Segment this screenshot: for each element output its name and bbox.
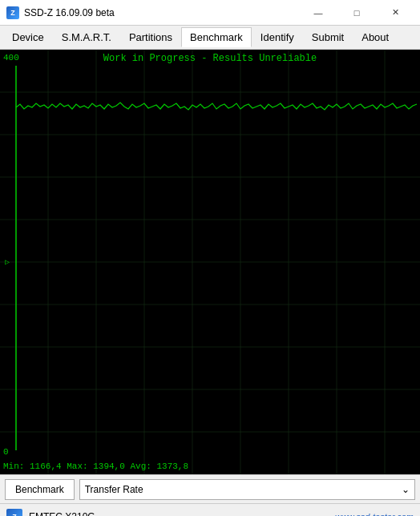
window-title: SSD-Z 16.09.09 beta bbox=[24, 7, 115, 18]
menu-bar: Device S.M.A.R.T. Partitions Benchmark I… bbox=[0, 26, 420, 50]
dropdown-arrow-icon: ⌄ bbox=[402, 484, 410, 495]
menu-item-benchmark[interactable]: Benchmark bbox=[181, 27, 252, 47]
menu-item-smart[interactable]: S.M.A.R.T. bbox=[53, 27, 120, 47]
menu-item-about[interactable]: About bbox=[353, 27, 398, 47]
window-controls: — □ ✕ bbox=[300, 3, 414, 22]
menu-item-identify[interactable]: Identify bbox=[252, 27, 303, 47]
benchmark-button[interactable]: Benchmark bbox=[5, 479, 75, 500]
title-bar: Z SSD-Z 16.09.09 beta — □ ✕ bbox=[0, 0, 420, 26]
dropdown-value: Transfer Rate bbox=[85, 484, 143, 495]
status-device-name: EMTEC X210G bbox=[29, 511, 329, 517]
maximize-button[interactable]: □ bbox=[338, 3, 375, 22]
menu-item-partitions[interactable]: Partitions bbox=[120, 27, 181, 47]
benchmark-chart bbox=[0, 50, 420, 474]
watermark-text: www.ssd-tester.com bbox=[335, 512, 414, 517]
status-app-icon: Z bbox=[6, 509, 22, 517]
menu-item-submit[interactable]: Submit bbox=[303, 27, 353, 47]
app-icon-text: Z bbox=[10, 9, 15, 17]
app-icon: Z bbox=[6, 6, 19, 19]
y-axis-min-label: 0 bbox=[3, 447, 9, 457]
status-icon-text: Z bbox=[12, 513, 17, 517]
chart-stats: Min: 1166,4 Max: 1394,0 Avg: 1373,8 bbox=[3, 462, 188, 471]
status-bar: Z EMTEC X210G www.ssd-tester.com bbox=[0, 503, 420, 516]
y-axis-max-label: 400 bbox=[3, 53, 19, 62]
chart-arrow-indicator: ▷ bbox=[5, 257, 10, 267]
transfer-rate-dropdown[interactable]: Transfer Rate ⌄ bbox=[79, 479, 415, 500]
close-button[interactable]: ✕ bbox=[377, 3, 414, 22]
minimize-button[interactable]: — bbox=[300, 3, 337, 22]
title-bar-left: Z SSD-Z 16.09.09 beta bbox=[6, 6, 115, 19]
bottom-controls: Benchmark Transfer Rate ⌄ bbox=[0, 474, 420, 503]
chart-area: 400 0 Work in Progress - Results Unrelia… bbox=[0, 50, 420, 474]
menu-item-device[interactable]: Device bbox=[3, 27, 53, 47]
chart-title: Work in Progress - Results Unreliable bbox=[103, 53, 317, 64]
